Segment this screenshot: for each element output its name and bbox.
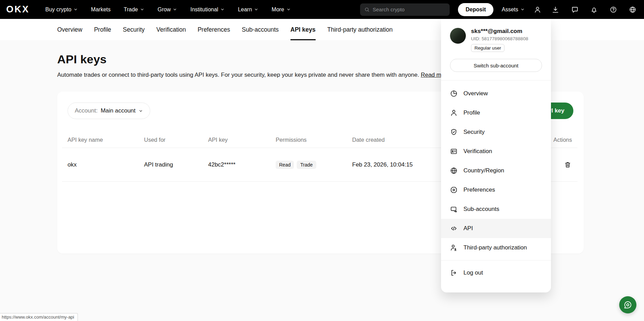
top-nav: OKX Buy crypto Markets Trade Grow Instit… (0, 0, 644, 19)
globe-icon (450, 167, 458, 174)
help-icon[interactable] (608, 4, 619, 15)
menu-label: Overview (463, 90, 488, 97)
page-title: API keys (57, 53, 644, 66)
chevron-down-icon (286, 7, 291, 12)
menu-label: Log out (463, 269, 483, 276)
support-chat-icon (623, 300, 632, 309)
nav-trade[interactable]: Trade (124, 7, 144, 13)
tab-overview[interactable]: Overview (57, 19, 82, 40)
third-party-auth-icon (450, 244, 458, 252)
menu-label: Preferences (463, 186, 495, 193)
role-badge: Regular user (471, 44, 504, 52)
menu-item-verification[interactable]: Verification (441, 142, 551, 161)
chevron-down-icon (139, 109, 143, 113)
cell-used-for: API trading (144, 161, 208, 168)
cell-api-key-name: okx (68, 161, 144, 168)
profile-summary: sks***@gmail.com UID: 581778980068788808… (441, 28, 551, 52)
menu-item-preferences[interactable]: Preferences (441, 180, 551, 200)
profile-icon[interactable] (532, 4, 543, 15)
trash-icon (564, 161, 571, 168)
nav-grow[interactable]: Grow (157, 7, 177, 13)
nav-label: Markets (91, 7, 111, 13)
tab-api-keys[interactable]: API keys (290, 19, 316, 40)
divider (441, 260, 551, 260)
nav-markets[interactable]: Markets (91, 7, 111, 13)
person-icon (534, 6, 541, 13)
search-box[interactable] (360, 3, 450, 16)
avatar (450, 28, 466, 44)
nav-learn[interactable]: Learn (238, 7, 258, 13)
menu-item-country-region[interactable]: Country/Region (441, 161, 551, 180)
chevron-down-icon (173, 7, 177, 12)
nav-label: More (272, 7, 284, 13)
nav-label: Learn (238, 7, 252, 13)
support-chat-button[interactable] (619, 296, 636, 313)
chat-icon[interactable] (570, 4, 580, 15)
language-globe-icon[interactable] (627, 4, 638, 15)
nav-more[interactable]: More (272, 7, 290, 13)
description-text: Automate trades or connect to third-part… (57, 72, 421, 78)
logout-icon (450, 269, 458, 277)
topnav-icon-group (550, 4, 638, 15)
menu-item-overview[interactable]: Overview (441, 84, 551, 103)
shield-icon (450, 128, 458, 136)
primary-nav: Buy crypto Markets Trade Grow Institutio… (45, 7, 291, 13)
chevron-down-icon (254, 7, 258, 12)
chevron-down-icon (140, 7, 144, 12)
assets-label: Assets (502, 7, 518, 13)
menu-item-profile[interactable]: Profile (441, 103, 551, 122)
tab-security[interactable]: Security (123, 19, 145, 40)
col-used-for: Used for (144, 137, 208, 143)
id-card-icon (450, 148, 458, 155)
nav-label: Buy crypto (45, 7, 72, 13)
divider (441, 80, 551, 81)
page-description: Automate trades or connect to third-part… (57, 72, 644, 78)
account-uid: UID: 581778980068788808 (471, 36, 528, 41)
menu-label: Country/Region (463, 167, 504, 174)
tab-profile[interactable]: Profile (94, 19, 111, 40)
gear-icon (450, 186, 458, 194)
profile-info: sks***@gmail.com UID: 581778980068788808… (471, 28, 528, 52)
account-dropdown: sks***@gmail.com UID: 581778980068788808… (441, 19, 551, 292)
assets-menu[interactable]: Assets (502, 7, 525, 13)
chevron-down-icon (73, 7, 78, 12)
okx-logo[interactable]: OKX (6, 4, 30, 15)
permission-badge: Read (276, 161, 294, 169)
menu-label: Profile (463, 109, 480, 116)
account-filter-value: Main account (101, 107, 135, 114)
permission-badge: Trade (297, 161, 316, 169)
tab-sub-accounts[interactable]: Sub-accounts (242, 19, 279, 40)
link-preview-statusbar: https://www.okx.com/account/my-api (0, 313, 78, 321)
cell-api-key: 42bc2***** (208, 161, 276, 168)
sub-accounts-icon (450, 205, 458, 213)
menu-item-api[interactable]: API (441, 219, 551, 238)
chevron-down-icon (520, 7, 525, 12)
search-input[interactable] (372, 7, 446, 12)
menu-item-security[interactable]: Security (441, 122, 551, 142)
deposit-button[interactable]: Deposit (458, 3, 493, 16)
menu-label: Verification (463, 148, 492, 155)
delete-api-key-button[interactable] (563, 160, 572, 169)
menu-item-third-party-authorization[interactable]: Third-party authorization (441, 238, 551, 257)
switch-sub-account-button[interactable]: Switch sub-account (450, 59, 542, 72)
notifications-bell-icon[interactable] (589, 4, 599, 15)
col-api-key-name: API key name (68, 137, 144, 143)
menu-item-log-out[interactable]: Log out (441, 263, 551, 282)
nav-institutional[interactable]: Institutional (190, 7, 225, 13)
tab-third-party-authorization[interactable]: Third-party authorization (327, 19, 393, 40)
menu-label: Third-party authorization (463, 244, 527, 251)
cell-permissions: Read Trade (276, 161, 352, 169)
menu-label: Security (463, 129, 484, 136)
menu-label: API (463, 225, 473, 232)
menu-item-sub-accounts[interactable]: Sub-accounts (441, 200, 551, 219)
col-api-key: API key (208, 137, 276, 143)
code-icon (450, 225, 458, 232)
person-icon (450, 109, 458, 117)
account-filter[interactable]: Account: Main account (68, 103, 150, 119)
col-actions: Actions (553, 137, 572, 143)
tab-preferences[interactable]: Preferences (197, 19, 230, 40)
search-icon (364, 7, 370, 13)
download-app-icon[interactable] (550, 4, 561, 15)
nav-buy-crypto[interactable]: Buy crypto (45, 7, 78, 13)
tab-verification[interactable]: Verification (156, 19, 186, 40)
